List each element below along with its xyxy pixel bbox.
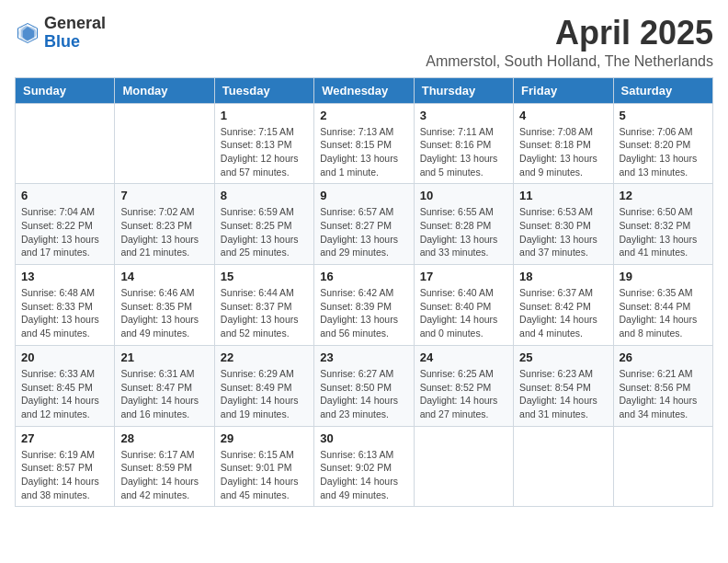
day-number: 8	[221, 189, 308, 202]
calendar-cell	[613, 426, 712, 507]
day-number: 28	[120, 431, 208, 445]
logo: General Blue	[15, 15, 106, 52]
day-number: 26	[620, 350, 707, 364]
day-info: Sunrise: 7:15 AM Sunset: 8:13 PM Dayligh…	[221, 125, 308, 179]
logo-icon	[15, 20, 40, 46]
main-title: April 2025	[426, 15, 713, 52]
logo-text: General Blue	[44, 15, 106, 52]
calendar-cell	[16, 103, 115, 184]
calendar-cell: 30Sunrise: 6:13 AM Sunset: 9:02 PM Dayli…	[314, 426, 414, 507]
day-number: 15	[221, 270, 308, 283]
day-info: Sunrise: 6:40 AM Sunset: 8:40 PM Dayligh…	[420, 286, 507, 340]
day-info: Sunrise: 6:44 AM Sunset: 8:37 PM Dayligh…	[221, 286, 308, 340]
calendar-body: 1Sunrise: 7:15 AM Sunset: 8:13 PM Daylig…	[16, 103, 713, 507]
day-number: 27	[21, 431, 108, 445]
day-info: Sunrise: 7:13 AM Sunset: 8:15 PM Dayligh…	[320, 125, 407, 179]
week-row-3: 20Sunrise: 6:33 AM Sunset: 8:45 PM Dayli…	[16, 345, 713, 426]
day-number: 13	[21, 270, 108, 283]
calendar-cell: 9Sunrise: 6:57 AM Sunset: 8:27 PM Daylig…	[314, 184, 414, 265]
day-number: 11	[519, 189, 607, 202]
calendar-cell: 24Sunrise: 6:25 AM Sunset: 8:52 PM Dayli…	[414, 345, 513, 426]
calendar-cell: 7Sunrise: 7:02 AM Sunset: 8:23 PM Daylig…	[115, 184, 214, 265]
calendar-cell: 29Sunrise: 6:15 AM Sunset: 9:01 PM Dayli…	[214, 426, 313, 507]
day-info: Sunrise: 6:33 AM Sunset: 8:45 PM Dayligh…	[21, 367, 108, 421]
subtitle: Ammerstol, South Holland, The Netherland…	[426, 53, 713, 70]
week-row-2: 13Sunrise: 6:48 AM Sunset: 8:33 PM Dayli…	[16, 265, 713, 346]
day-number: 4	[519, 109, 607, 122]
day-info: Sunrise: 6:21 AM Sunset: 8:56 PM Dayligh…	[620, 367, 707, 421]
header-row: SundayMondayTuesdayWednesdayThursdayFrid…	[16, 77, 713, 103]
day-number: 10	[420, 189, 507, 202]
day-number: 19	[620, 270, 707, 283]
day-number: 2	[320, 109, 407, 122]
calendar-cell: 26Sunrise: 6:21 AM Sunset: 8:56 PM Dayli…	[613, 345, 712, 426]
day-info: Sunrise: 6:35 AM Sunset: 8:44 PM Dayligh…	[620, 286, 707, 340]
header-day-monday: Monday	[115, 77, 214, 103]
day-info: Sunrise: 6:19 AM Sunset: 8:57 PM Dayligh…	[21, 448, 108, 502]
header: General Blue April 2025 Ammerstol, South…	[15, 15, 713, 70]
day-number: 22	[221, 350, 308, 364]
day-info: Sunrise: 6:59 AM Sunset: 8:25 PM Dayligh…	[221, 205, 308, 259]
day-number: 5	[620, 109, 707, 122]
calendar-cell: 15Sunrise: 6:44 AM Sunset: 8:37 PM Dayli…	[214, 265, 313, 346]
day-info: Sunrise: 6:55 AM Sunset: 8:28 PM Dayligh…	[420, 205, 507, 259]
day-info: Sunrise: 6:31 AM Sunset: 8:47 PM Dayligh…	[120, 367, 208, 421]
day-info: Sunrise: 6:53 AM Sunset: 8:30 PM Dayligh…	[519, 205, 607, 259]
calendar-cell: 6Sunrise: 7:04 AM Sunset: 8:22 PM Daylig…	[16, 184, 115, 265]
week-row-0: 1Sunrise: 7:15 AM Sunset: 8:13 PM Daylig…	[16, 103, 713, 184]
calendar-cell: 25Sunrise: 6:23 AM Sunset: 8:54 PM Dayli…	[514, 345, 613, 426]
calendar-cell: 22Sunrise: 6:29 AM Sunset: 8:49 PM Dayli…	[214, 345, 313, 426]
day-info: Sunrise: 6:13 AM Sunset: 9:02 PM Dayligh…	[320, 448, 407, 502]
calendar-cell: 11Sunrise: 6:53 AM Sunset: 8:30 PM Dayli…	[514, 184, 613, 265]
calendar-cell: 4Sunrise: 7:08 AM Sunset: 8:18 PM Daylig…	[514, 103, 613, 184]
calendar-cell: 5Sunrise: 7:06 AM Sunset: 8:20 PM Daylig…	[613, 103, 712, 184]
calendar-cell: 2Sunrise: 7:13 AM Sunset: 8:15 PM Daylig…	[314, 103, 414, 184]
day-info: Sunrise: 7:08 AM Sunset: 8:18 PM Dayligh…	[519, 125, 607, 179]
day-number: 16	[320, 270, 407, 283]
calendar-cell: 3Sunrise: 7:11 AM Sunset: 8:16 PM Daylig…	[414, 103, 513, 184]
day-info: Sunrise: 6:29 AM Sunset: 8:49 PM Dayligh…	[221, 367, 308, 421]
title-area: April 2025 Ammerstol, South Holland, The…	[426, 15, 713, 70]
week-row-4: 27Sunrise: 6:19 AM Sunset: 8:57 PM Dayli…	[16, 426, 713, 507]
day-info: Sunrise: 7:11 AM Sunset: 8:16 PM Dayligh…	[420, 125, 507, 179]
calendar-cell: 19Sunrise: 6:35 AM Sunset: 8:44 PM Dayli…	[613, 265, 712, 346]
day-number: 14	[120, 270, 208, 283]
calendar-cell: 18Sunrise: 6:37 AM Sunset: 8:42 PM Dayli…	[514, 265, 613, 346]
logo-general: General	[44, 14, 106, 32]
header-day-saturday: Saturday	[613, 77, 712, 103]
calendar-cell	[414, 426, 513, 507]
day-info: Sunrise: 6:42 AM Sunset: 8:39 PM Dayligh…	[320, 286, 407, 340]
calendar-cell: 28Sunrise: 6:17 AM Sunset: 8:59 PM Dayli…	[115, 426, 214, 507]
header-day-sunday: Sunday	[16, 77, 115, 103]
calendar-cell: 8Sunrise: 6:59 AM Sunset: 8:25 PM Daylig…	[214, 184, 313, 265]
day-number: 1	[221, 109, 308, 122]
calendar-cell: 13Sunrise: 6:48 AM Sunset: 8:33 PM Dayli…	[16, 265, 115, 346]
header-day-tuesday: Tuesday	[214, 77, 313, 103]
calendar-cell	[514, 426, 613, 507]
day-number: 9	[320, 189, 407, 202]
day-number: 20	[21, 350, 108, 364]
day-number: 29	[221, 431, 308, 445]
day-number: 6	[21, 189, 108, 202]
calendar: SundayMondayTuesdayWednesdayThursdayFrid…	[15, 77, 713, 508]
day-number: 30	[320, 431, 407, 445]
day-info: Sunrise: 7:06 AM Sunset: 8:20 PM Dayligh…	[620, 125, 707, 179]
calendar-cell: 27Sunrise: 6:19 AM Sunset: 8:57 PM Dayli…	[16, 426, 115, 507]
calendar-cell: 10Sunrise: 6:55 AM Sunset: 8:28 PM Dayli…	[414, 184, 513, 265]
calendar-cell: 12Sunrise: 6:50 AM Sunset: 8:32 PM Dayli…	[613, 184, 712, 265]
day-number: 23	[320, 350, 407, 364]
day-info: Sunrise: 6:23 AM Sunset: 8:54 PM Dayligh…	[519, 367, 607, 421]
day-info: Sunrise: 6:15 AM Sunset: 9:01 PM Dayligh…	[221, 448, 308, 502]
day-number: 18	[519, 270, 607, 283]
calendar-cell	[115, 103, 214, 184]
header-day-friday: Friday	[514, 77, 613, 103]
day-number: 12	[620, 189, 707, 202]
day-info: Sunrise: 6:27 AM Sunset: 8:50 PM Dayligh…	[320, 367, 407, 421]
calendar-cell: 23Sunrise: 6:27 AM Sunset: 8:50 PM Dayli…	[314, 345, 414, 426]
header-day-wednesday: Wednesday	[314, 77, 414, 103]
day-number: 7	[120, 189, 208, 202]
calendar-cell: 16Sunrise: 6:42 AM Sunset: 8:39 PM Dayli…	[314, 265, 414, 346]
calendar-cell: 17Sunrise: 6:40 AM Sunset: 8:40 PM Dayli…	[414, 265, 513, 346]
day-info: Sunrise: 7:02 AM Sunset: 8:23 PM Dayligh…	[120, 205, 208, 259]
day-number: 25	[519, 350, 607, 364]
